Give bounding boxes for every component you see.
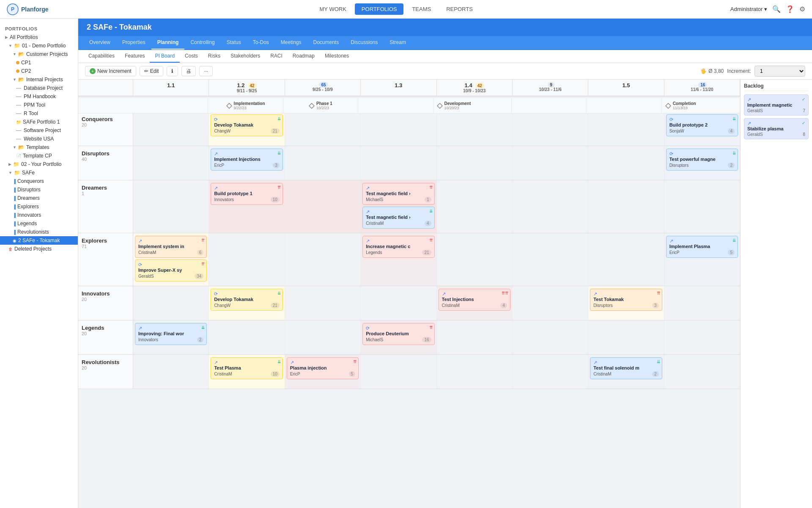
- sidebar-label: R Tool: [24, 110, 38, 116]
- story-card-test-final-solenoid[interactable]: ↗ ⇊ Test final solenoid m CristinaM 2: [590, 357, 662, 379]
- story-card-implement-injections[interactable]: ↗ ⇊ Implement Injections EricP 3: [211, 149, 283, 171]
- sidebar-item-database-project[interactable]: — Database Project: [0, 84, 78, 92]
- sidebar-item-pm-handbook[interactable]: — PM Handbook: [0, 92, 78, 101]
- nav-reports[interactable]: REPORTS: [439, 3, 480, 15]
- print-button[interactable]: 🖨: [181, 66, 196, 76]
- help-icon[interactable]: ❓: [786, 5, 794, 13]
- sub-tab-raci[interactable]: RACI: [265, 50, 288, 63]
- sidebar-item-dreamers[interactable]: ▐ Dreamers: [0, 194, 78, 202]
- sidebar-item-2-safe-tokamak[interactable]: ◉ 2 SAFe - Tokamak: [0, 236, 78, 245]
- story-card-test-powerful-magne[interactable]: ⟳ ⇊ Test powerful magne Disruptors 2: [666, 149, 738, 171]
- sidebar-item-templates[interactable]: ▼ 📂 Templates: [0, 143, 78, 152]
- dash-icon: —: [16, 110, 21, 116]
- story-pts: 4: [500, 303, 507, 308]
- info-button[interactable]: ℹ: [167, 66, 178, 76]
- tab-planning[interactable]: Planning: [151, 36, 185, 50]
- sub-tab-milestones[interactable]: Milestones: [320, 50, 354, 63]
- tab-properties[interactable]: Properties: [116, 36, 151, 50]
- sidebar-item-explorers[interactable]: ▐ Explorers: [0, 202, 78, 211]
- story-card-test-tokamak[interactable]: ↗ ⇈ Test Tokamak Disruptors 3: [590, 289, 662, 311]
- tab-stream[interactable]: Stream: [384, 36, 412, 50]
- sidebar-item-conquerors[interactable]: ▐ Conquerors: [0, 177, 78, 185]
- sidebar-label: Revolutionists: [17, 229, 49, 235]
- story-card-increase-magnetic[interactable]: ↗ ⇈ Increase magnetic c Legends 21: [362, 236, 434, 258]
- nav-teams[interactable]: TEAMS: [405, 3, 438, 15]
- sidebar-item-02-portfolio[interactable]: ▶ 📁 02 - Your Portfolio: [0, 160, 78, 168]
- tab-overview[interactable]: Overview: [83, 36, 116, 50]
- story-card-build-prototype-2[interactable]: ⟳ ⇊ Build prototype 2 SonjaW 4: [666, 114, 738, 136]
- tab-documents[interactable]: Documents: [307, 36, 345, 50]
- story-card-implement-system[interactable]: ↗ ⇈ Implement system in CristinaM 6: [135, 236, 207, 258]
- admin-menu[interactable]: Administrator ▾: [730, 6, 767, 12]
- tab-meetings[interactable]: Meetings: [275, 36, 307, 50]
- sub-tab-stakeholders[interactable]: Stakeholders: [225, 50, 265, 63]
- story-pts: 6: [197, 250, 204, 255]
- sidebar-label: 2 SAFe - Tokamak: [18, 237, 60, 243]
- new-increment-button[interactable]: + New Increment: [85, 66, 136, 76]
- story-card-improve-super-x[interactable]: ⟳ ⇈ Improve Super-X sy GeraldS 34: [135, 260, 207, 282]
- story-card-plasma-injection[interactable]: ↗ ⇈ Plasma injection EricP 5: [287, 357, 359, 379]
- story-card-build-prototype-1[interactable]: ↗ ⇈ Build prototype 1 Innovators 10: [211, 183, 283, 205]
- nav-my-work[interactable]: MY WORK: [313, 3, 353, 15]
- story-card-test-injections[interactable]: ↗ ⇈⇈ Test Injections CristinaM 4: [439, 289, 510, 311]
- search-icon[interactable]: 🔍: [772, 5, 781, 13]
- card-arrow: ⇈: [429, 325, 433, 330]
- tab-status[interactable]: Status: [221, 36, 247, 50]
- cell-l2: [285, 320, 361, 354]
- sidebar-item-customer-projects[interactable]: ▼ 📂 Customer Projects: [0, 50, 78, 58]
- logo[interactable]: P Planforge: [7, 3, 49, 15]
- sidebar-item-disruptors[interactable]: ▐ Disruptors: [0, 185, 78, 194]
- story-card-test-magnetic-field-1[interactable]: ↗ ⇈ Test magnetic field › MichaelS 1: [362, 183, 434, 205]
- backlog-item-stabilize-plasma[interactable]: ↗ ✓ Stabilize plasma GeraldS 8: [744, 118, 809, 139]
- sidebar-item-innovators[interactable]: ▐ Innovators: [0, 211, 78, 219]
- sidebar-item-cp2[interactable]: CP2: [0, 67, 78, 75]
- settings-icon[interactable]: ⚙: [799, 5, 805, 13]
- sub-tab-capabilities[interactable]: Capabilities: [83, 50, 120, 63]
- backlog-item-implement-magnetic[interactable]: ↗ ✓ Implement magnetic GeraldS 7: [744, 94, 809, 116]
- sidebar-item-all-portfolios[interactable]: ▶ All Portfolios: [0, 33, 78, 41]
- cell-i4: ↗ ⇈⇈ Test Injections CristinaM 4: [437, 286, 513, 320]
- story-card-develop-tokamak[interactable]: ⟳ ⇊ Develop Tokamak ChangW 21: [211, 114, 283, 136]
- tab-controlling[interactable]: Controlling: [184, 36, 220, 50]
- sidebar-item-internal-projects[interactable]: ▼ 📂 Internal Projects: [0, 75, 78, 84]
- story-card-produce-deuterium[interactable]: ⟳ ⇈ Produce Deuterium MichaelS 16: [362, 323, 434, 345]
- story-card-improving-final[interactable]: ↗ ⇊ Improving: Final wor Innovators 2: [135, 323, 207, 345]
- sidebar-item-cp1[interactable]: CP1: [0, 58, 78, 67]
- story-card-implement-plasma[interactable]: ↗ ⇊ Implement Plasma EricP 5: [666, 236, 738, 258]
- tab-todos[interactable]: To-Dos: [247, 36, 275, 50]
- more-button[interactable]: ···: [199, 66, 213, 76]
- story-card-test-plasma[interactable]: ↗ ⇊ Test Plasma CristinaM 10: [211, 357, 283, 379]
- main-tab-bar: Overview Properties Planning Controlling…: [78, 36, 812, 50]
- sidebar-item-ppm-tool[interactable]: — PPM Tool: [0, 101, 78, 109]
- story-title: Develop Tokamak: [214, 297, 265, 302]
- sidebar-item-safe[interactable]: ▼ 📁 SAFe: [0, 168, 78, 177]
- story-card-develop-tokamak-i[interactable]: ⟳ ⇊ Develop Tokamak ChangW 21: [211, 289, 283, 311]
- cell-l4: [437, 320, 513, 354]
- sidebar-item-deleted-projects[interactable]: 🗑 Deleted Projects: [0, 245, 78, 253]
- story-card-test-magnetic-field-2[interactable]: ↗ ⇊ Test magnetic field › CristinaM 4: [362, 207, 434, 229]
- sub-tab-roadmap[interactable]: Roadmap: [288, 50, 320, 63]
- nav-portfolios[interactable]: PORTFOLIOS: [355, 3, 404, 15]
- sub-tab-bar: Capabilities Features PI Board Costs Ris…: [78, 50, 812, 63]
- sidebar-item-software-project[interactable]: — Software Project: [0, 126, 78, 135]
- sub-tab-risks[interactable]: Risks: [203, 50, 225, 63]
- story-icon: ↗: [747, 97, 751, 102]
- sidebar-item-safe-portfolio-1[interactable]: 📁 SAFe Portfolio 1: [0, 118, 78, 126]
- tab-discussions[interactable]: Discussions: [345, 36, 384, 50]
- svg-marker-4: [437, 103, 442, 108]
- cell-dr4: [437, 180, 513, 233]
- sub-tab-pi-board[interactable]: PI Board: [150, 50, 180, 63]
- backlog-title: Backlog: [744, 83, 809, 91]
- sidebar-item-revolutionists[interactable]: ▐ Revolutionists: [0, 228, 78, 236]
- team-cells-innovators: ⟳ ⇊ Develop Tokamak ChangW 21: [133, 286, 740, 320]
- increment-select[interactable]: 1 2 3: [754, 66, 805, 77]
- sidebar-item-legends[interactable]: ▐ Legends: [0, 219, 78, 228]
- sidebar-item-01-demo[interactable]: ▼ 📁 01 - Demo Portfolio: [0, 41, 78, 50]
- sub-tab-features[interactable]: Features: [120, 50, 150, 63]
- story-meta: EricP 5: [669, 250, 735, 255]
- sidebar-item-template-cp[interactable]: 📄 Template CP: [0, 152, 78, 160]
- sidebar-item-r-tool[interactable]: — R Tool: [0, 109, 78, 118]
- sidebar-item-website-usa[interactable]: — Website USA: [0, 135, 78, 143]
- sub-tab-costs[interactable]: Costs: [180, 50, 203, 63]
- edit-button[interactable]: ✏ Edit: [140, 66, 164, 76]
